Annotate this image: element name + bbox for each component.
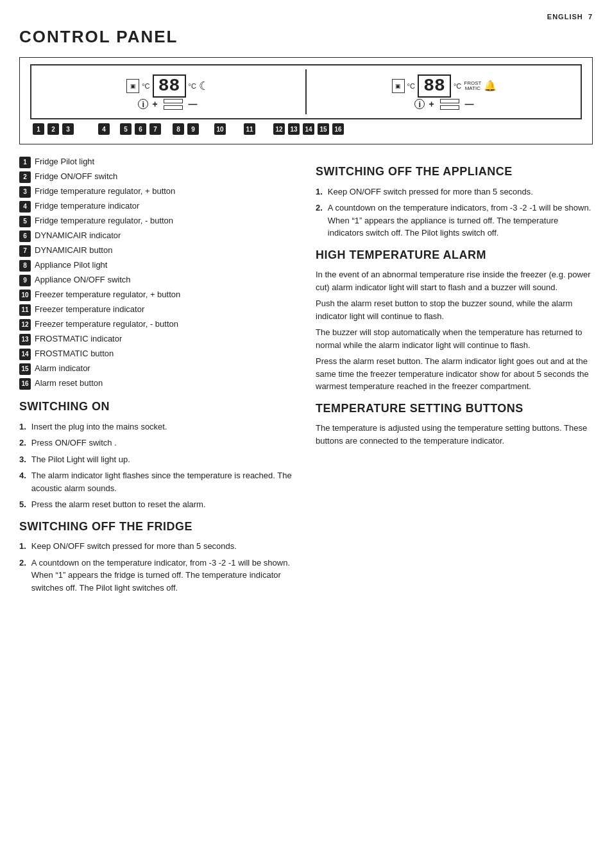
fridge-celsius-label: °C [142,82,149,90]
num-9: 9 [187,123,199,135]
item-badge: 8 [19,260,31,272]
list-item: 8Appliance Pilot light [19,259,296,272]
item-badge: 10 [19,290,31,301]
list-item: 12Freezer temperature regulator, - butto… [19,318,296,331]
switching-off-fridge-steps: 1.Keep ON/OFF switch pressed for more th… [19,540,296,594]
item-badge: 7 [19,245,31,257]
item-text: Fridge temperature regulator, + button [35,186,175,197]
num-12: 12 [273,123,285,135]
item-text: FROSTMATIC button [35,348,114,360]
list-item: 7DYNAMICAIR button [19,245,296,257]
left-column: 1Fridge Pilot light2Fridge ON/OFF switch… [19,156,296,600]
fridge-icon: ▣ [126,79,139,93]
item-badge: 12 [19,319,31,331]
freezer-bars [440,99,459,110]
dynamic-air-icon: ☾ [199,79,209,93]
step-item: 1.Keep ON/OFF switch pressed for more th… [316,186,593,198]
item-text: FROSTMATIC indicator [35,333,122,345]
right-column: SWITCHING OFF THE APPLIANCE 1.Keep ON/OF… [316,156,593,600]
list-item: 9Appliance ON/OFF switch [19,274,296,286]
num-6: 6 [135,123,146,135]
item-text: Appliance Pilot light [35,259,107,271]
fridge-onoff-indicator: i [138,99,148,109]
list-item: 11Freezer temperature indicator [19,304,296,316]
item-text: Fridge ON/OFF switch [35,171,117,182]
item-text: DYNAMICAIR button [35,245,112,256]
num-13: 13 [288,123,300,135]
list-item: 3Fridge temperature regulator, + button [19,186,296,198]
item-badge: 9 [19,275,31,286]
alarm-icon: 🔔 [484,80,497,92]
item-text: Alarm reset button [35,378,103,389]
item-badge: 2 [19,171,31,183]
item-badge: 5 [19,216,31,227]
switching-on-title: SWITCHING ON [19,400,296,414]
item-text: Freezer temperature indicator [35,304,144,315]
diagram-number-row: 1 2 3 4 5 6 7 8 9 10 11 12 13 14 15 16 [30,123,582,135]
num-1: 1 [33,123,44,135]
step-item: 5.Press the alarm reset button to reset … [19,498,296,511]
list-item: 1Fridge Pilot light [19,156,296,168]
high-temp-alarm-title: HIGH TEMPERATURE ALARM [316,248,593,263]
fridge-bars [164,99,183,110]
item-text: Freezer temperature regulator, + button [35,289,180,300]
appliance-minus: — [465,99,474,109]
item-text: Alarm indicator [35,363,90,374]
step-item: 2.A countdown on the temperature indicat… [19,557,296,595]
item-badge: 16 [19,378,31,390]
step-item: 1.Keep ON/OFF switch pressed for more th… [19,540,296,553]
item-badge: 3 [19,186,31,198]
item-badge: 4 [19,201,31,213]
num-8: 8 [173,123,184,135]
switching-off-fridge-title: SWITCHING OFF THE FRIDGE [19,520,296,534]
item-badge: 14 [19,349,31,360]
num-7: 7 [149,123,161,135]
list-item: 6DYNAMICAIR indicator [19,230,296,242]
item-badge: 13 [19,334,31,345]
list-item: 10Freezer temperature regulator, + butto… [19,289,296,301]
num-2: 2 [47,123,59,135]
list-item: 13FROSTMATIC indicator [19,333,296,345]
item-text: Appliance ON/OFF switch [35,274,131,286]
item-badge: 11 [19,304,31,316]
item-text: Fridge Pilot light [35,156,94,168]
list-item: 14FROSTMATIC button [19,348,296,360]
appliance-icon: ▣ [392,79,405,93]
language-label: ENGLISH [547,13,583,21]
frostmatic-label: FROSTMATIC [464,81,481,91]
num-14: 14 [303,123,314,135]
step-item: 2.Press ON/OFF switch . [19,437,296,449]
num-11: 11 [244,123,255,135]
item-text: Freezer temperature regulator, - button [35,318,178,330]
item-text: Fridge temperature regulator, - button [35,215,173,227]
switching-on-steps: 1.Insert the plug into the mains socket.… [19,421,296,511]
switching-off-appliance-steps: 1.Keep ON/OFF switch pressed for more th… [316,186,593,239]
list-item: 4Fridge temperature indicator [19,200,296,213]
num-16: 16 [332,123,344,135]
freezer-display: 88 [418,74,451,98]
fridge-plus: + [152,99,157,109]
fridge-display: 88 [153,74,186,98]
list-item: 15Alarm indicator [19,363,296,375]
num-4: 4 [98,123,110,135]
item-badge: 15 [19,363,31,375]
temp-setting-title: TEMPERATURE SETTING BUTTONS [316,402,593,416]
list-item: 2Fridge ON/OFF switch [19,171,296,183]
num-10: 10 [214,123,226,135]
num-5: 5 [120,123,132,135]
page-number: 7 [588,13,593,21]
page-title: CONTROL PANEL [19,27,593,47]
list-item: 16Alarm reset button [19,378,296,390]
num-15: 15 [318,123,329,135]
appliance-plus: + [429,99,434,109]
control-panel-diagram: ▣ °C 88 °C ☾ i + — [19,57,593,144]
item-text: Fridge temperature indicator [35,200,139,212]
item-badge: 1 [19,157,31,168]
appliance-onoff-indicator: i [414,99,425,109]
step-item: 2.A countdown on the temperature indicat… [316,202,593,239]
item-text: DYNAMICAIR indicator [35,230,121,241]
temp-setting-body: The temperature is adjusted using the te… [316,422,593,447]
item-list: 1Fridge Pilot light2Fridge ON/OFF switch… [19,156,296,390]
item-badge: 6 [19,230,31,242]
step-item: 1.Insert the plug into the mains socket. [19,421,296,433]
